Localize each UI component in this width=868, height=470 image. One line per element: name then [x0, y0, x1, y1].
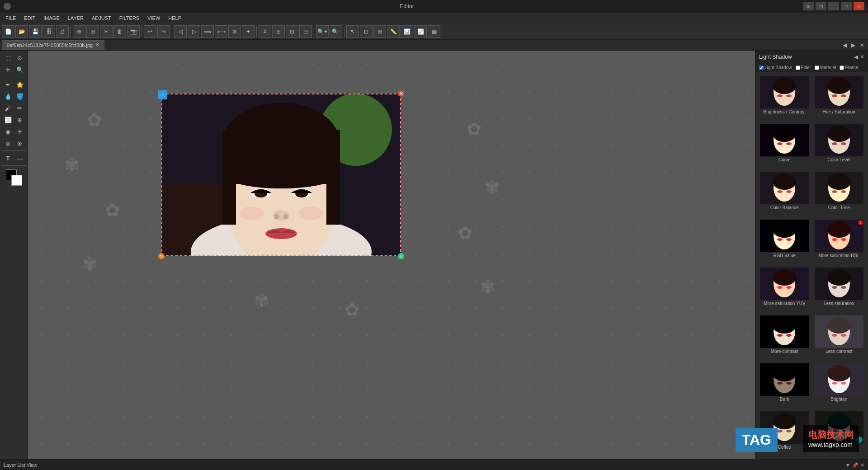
text-tool[interactable]: T	[3, 153, 14, 164]
layer-panel-close[interactable]: ✕	[860, 462, 864, 468]
filter-more-sat-hsl[interactable]: 2 More saturation HSL	[813, 219, 866, 265]
transform2-btn[interactable]: ⊞	[373, 25, 386, 38]
tab-close-all[interactable]: ✕	[858, 42, 866, 48]
panel-collapse[interactable]: ◀	[854, 54, 858, 60]
undo-btn[interactable]: ↩	[144, 25, 156, 38]
tab-next[interactable]: ▶	[849, 42, 857, 48]
print-btn[interactable]: 🖨	[56, 25, 69, 38]
pen-tool[interactable]: ✒	[3, 79, 14, 90]
image-container[interactable]: ≡ ✕ ↻ ✛	[161, 94, 401, 256]
shape-tool[interactable]: ⭐	[14, 79, 25, 90]
rotate-handle[interactable]: ↻	[158, 253, 165, 259]
grid-btn[interactable]: #	[259, 25, 271, 38]
crop-btn[interactable]: ⊡	[360, 25, 373, 38]
frame-checkbox[interactable]	[840, 66, 844, 70]
align-btn[interactable]: ⊟	[299, 25, 312, 38]
zoomout-btn[interactable]: 🔍-	[330, 25, 342, 38]
saveas-btn[interactable]: 🗄	[42, 25, 55, 38]
canvas-area[interactable]: ✿ ✾ ✿ ✾ ✿ ✾ ✿ ✾ ✿ ✾ ✾ ✿ ≡ ✕ ↻ ✛	[28, 51, 755, 459]
filter-dark[interactable]: Dark	[758, 362, 811, 409]
center-btn[interactable]: ⊡	[286, 25, 298, 38]
close-handle[interactable]: ✕	[398, 90, 404, 97]
filter-more-sat-yuv[interactable]: More saturation YUV	[758, 267, 811, 313]
bg-color[interactable]	[11, 175, 22, 186]
tab-close[interactable]: ✕	[95, 42, 99, 48]
flipv-btn[interactable]: ⟷	[215, 25, 227, 38]
restore-btn[interactable]: ⟳	[803, 2, 814, 10]
bars-btn[interactable]: ▦	[428, 25, 440, 38]
filter-color-balance[interactable]: Color Balance	[758, 171, 811, 217]
graph-btn[interactable]: 📈	[414, 25, 427, 38]
menu-edit[interactable]: EDIT	[20, 14, 39, 22]
brush-tool[interactable]: 🖌	[3, 103, 14, 113]
menu-filters[interactable]: FILTERS	[116, 14, 143, 22]
filter-color-level[interactable]: Color Level	[813, 123, 866, 169]
lasso-tool[interactable]: ⊙	[14, 52, 25, 63]
filter-checkbox[interactable]	[796, 66, 800, 70]
select-btn[interactable]: ↖	[346, 25, 359, 38]
rect-tool[interactable]: ▭	[14, 153, 25, 164]
move-handle[interactable]: ✛	[398, 253, 404, 259]
scan-btn[interactable]: 📷	[127, 25, 140, 38]
active-tab[interactable]: 0af6eb24c5182e7f405855fc5fcf80b.jpg ✕	[2, 40, 104, 50]
dodge-tool[interactable]: ☀	[14, 126, 25, 137]
filter-more-contrast[interactable]: More contrast	[758, 315, 811, 361]
save-btn[interactable]: 💾	[29, 25, 42, 38]
tab-prev[interactable]: ◀	[841, 42, 849, 48]
filter-curve[interactable]: Curve	[758, 123, 811, 169]
filter-brightness-contrast[interactable]: Brightness / Contrast	[758, 75, 811, 121]
hist-btn[interactable]: 📊	[401, 25, 413, 38]
filter-less-saturation[interactable]: Less saturation	[813, 267, 866, 313]
filter-color-tone[interactable]: Color Tone	[813, 171, 866, 217]
tab-frame[interactable]: Frame	[838, 64, 860, 71]
lightshadow-checkbox[interactable]	[759, 66, 764, 70]
move-tool[interactable]: ✛	[3, 64, 14, 75]
menu-image[interactable]: IMAGE	[40, 14, 63, 22]
rotate-ccw-btn[interactable]: ◁	[174, 25, 187, 38]
move-btn[interactable]: ✦	[242, 25, 255, 38]
clone-tool[interactable]: ⊕	[14, 114, 25, 125]
delete-btn[interactable]: 🗑	[113, 25, 126, 38]
zoomin-btn[interactable]: 🔍+	[316, 25, 329, 38]
layer-panel-collapse[interactable]: ▼	[845, 462, 850, 468]
layer-panel-pin[interactable]: 📌	[852, 462, 859, 468]
heal-tool[interactable]: ⊚	[3, 138, 14, 149]
material-checkbox[interactable]	[815, 66, 819, 70]
blur-tool[interactable]: ◉	[3, 126, 14, 137]
pencil-tool[interactable]: ✏	[14, 103, 25, 113]
filter-brighten[interactable]: Brighten	[813, 362, 866, 409]
close-btn[interactable]: ✕	[854, 2, 864, 10]
redo-btn[interactable]: ↪	[157, 25, 170, 38]
filter-hue-saturation[interactable]: Hue / Saturation	[813, 75, 866, 121]
paste-btn[interactable]: ⊞	[86, 25, 99, 38]
tab-lightshadow[interactable]: Light Shadow	[757, 64, 794, 71]
tab-filter[interactable]: Filter	[794, 64, 813, 71]
maximize-btn[interactable]: □	[841, 2, 852, 10]
minimize-btn[interactable]: —	[828, 2, 839, 10]
menu-adjust[interactable]: ADJUST	[88, 14, 115, 22]
tab-material[interactable]: Material	[813, 64, 838, 71]
menu-handle[interactable]: ≡	[158, 90, 167, 99]
eyedrop-tool[interactable]: 💧	[3, 91, 14, 102]
filter-less-contrast[interactable]: Less contrast	[813, 315, 866, 361]
task-btn[interactable]: ⊡	[816, 2, 826, 10]
fill-tool[interactable]: 🪣	[14, 91, 25, 102]
filter-rgb-value[interactable]: RGB Value	[758, 219, 811, 265]
zoom-tool[interactable]: 🔍	[14, 64, 25, 75]
fliph-btn[interactable]: ⟺	[201, 25, 214, 38]
cut-btn[interactable]: ✂	[100, 25, 113, 38]
panel-close[interactable]: ✕	[860, 54, 864, 60]
menu-file[interactable]: FILE	[2, 14, 19, 22]
open-btn[interactable]: 📂	[15, 25, 28, 38]
menu-layer[interactable]: LAYER	[64, 14, 87, 22]
warp-tool[interactable]: ⊛	[14, 138, 25, 149]
snap-btn[interactable]: ⊞	[272, 25, 285, 38]
selection-tool[interactable]: ⬚	[3, 52, 14, 63]
eraser-tool[interactable]: ⬜	[3, 114, 14, 125]
new-btn[interactable]: 📄	[2, 25, 14, 38]
ruler-btn[interactable]: 📏	[387, 25, 400, 38]
menu-view[interactable]: VIEW	[144, 14, 164, 22]
transform-btn[interactable]: ⊛	[228, 25, 241, 38]
menu-help[interactable]: HELP	[165, 14, 185, 22]
copy-btn[interactable]: ⊕	[73, 25, 85, 38]
